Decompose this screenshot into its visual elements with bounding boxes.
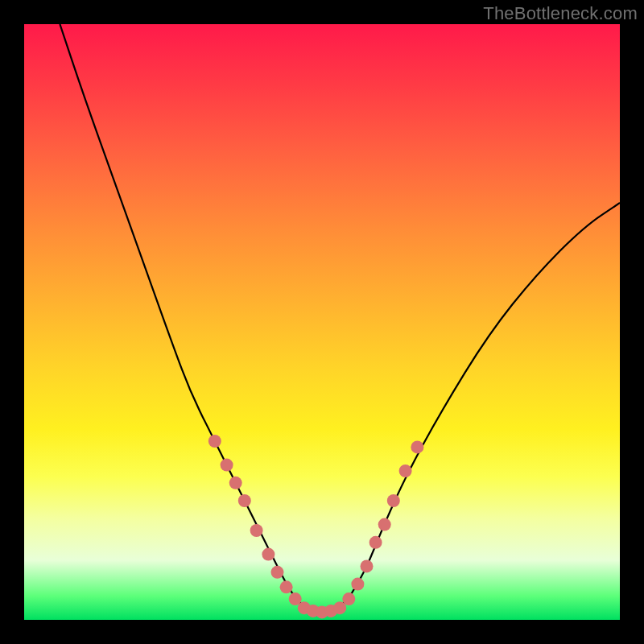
plot-background — [24, 24, 620, 620]
watermark-text: TheBottleneck.com — [483, 3, 638, 24]
chart-container: TheBottleneck.com — [0, 0, 644, 644]
